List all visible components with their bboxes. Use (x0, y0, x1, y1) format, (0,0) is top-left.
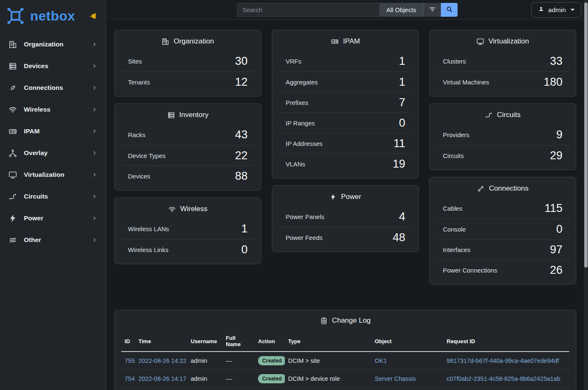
search-input[interactable] (237, 3, 379, 17)
stat-row-ip-ranges[interactable]: IP Ranges 0 (279, 112, 412, 133)
stat-row-sites[interactable]: Sites 30 (121, 51, 254, 71)
search-icon (445, 5, 453, 15)
change-log-title: Change Log (121, 310, 569, 331)
stat-row-racks[interactable]: Racks 43 (121, 125, 254, 145)
col-header-username: Username (187, 331, 222, 352)
stat-label: Tenants (128, 79, 150, 86)
filter-button[interactable] (423, 3, 441, 17)
sidebar-item-virtualization[interactable]: Virtualization (0, 164, 106, 186)
sidebar-item-overlay[interactable]: Overlay (0, 142, 106, 164)
sidebar: netbox Organization (0, 0, 106, 390)
scrollbar-thumb[interactable] (584, 3, 588, 268)
stat-label: Device Types (128, 152, 166, 159)
card-wireless: Wireless Wireless LANs 1 Wireless Links … (114, 197, 261, 264)
stat-value: 33 (550, 55, 562, 68)
card-power-title: Power (279, 187, 412, 206)
sidebar-item-label: Connections (24, 84, 63, 92)
changelog-username: admin (187, 370, 222, 388)
plug-icon (8, 84, 18, 92)
stat-row-wireless-links[interactable]: Wireless Links 0 (121, 239, 254, 260)
changelog-id-link[interactable]: 755 (125, 357, 135, 364)
stat-row-prefixes[interactable]: Prefixes 7 (279, 92, 412, 112)
stat-row-circuits[interactable]: Circuits 29 (436, 145, 569, 166)
panel-title-text: Change Log (332, 316, 371, 325)
stat-value: 7 (399, 96, 405, 109)
search-scope-button[interactable]: All Objects (379, 3, 424, 17)
status-badge: Created (258, 374, 285, 383)
changelog-id-link[interactable]: 754 (125, 375, 135, 382)
stat-row-power-connections[interactable]: Power Connections 26 (436, 260, 569, 280)
stat-row-providers[interactable]: Providers 9 (436, 125, 569, 145)
stat-row-vrfs[interactable]: VRFs 1 (279, 51, 412, 71)
changelog-time-link[interactable]: 2022-08-26 14:17 (138, 375, 187, 382)
col-header-object: Object (371, 331, 443, 352)
stat-value: 1 (399, 76, 405, 89)
stat-label: Wireless Links (128, 246, 169, 253)
counter-icon (331, 38, 339, 46)
stat-label: Racks (128, 131, 146, 138)
changelog-object-link[interactable]: Server Chassis (375, 375, 416, 382)
col-header-id: ID (121, 331, 135, 352)
sidebar-item-label: Power (24, 214, 43, 222)
stat-label: Power Panels (286, 213, 325, 220)
sidebar-item-power[interactable]: Power (0, 207, 106, 229)
stat-label: IP Addresses (286, 140, 322, 147)
sidebar-item-label: IPAM (24, 127, 40, 135)
server-icon (8, 62, 18, 71)
user-menu-button[interactable]: admin (531, 2, 581, 18)
stat-row-ip-addresses[interactable]: IP Addresses 11 (279, 133, 412, 153)
changelog-full-name: — (222, 388, 255, 390)
stat-row-wireless-lans[interactable]: Wireless LANs 1 (121, 219, 254, 239)
building-icon (161, 38, 169, 46)
stat-row-power-panels[interactable]: Power Panels 4 (279, 206, 412, 227)
stat-row-tenants[interactable]: Tenants 12 (121, 71, 254, 92)
card-virtualization: Virtualization Clusters 33 Virtual Machi… (429, 30, 576, 97)
card-title-text: IPAM (343, 37, 360, 46)
chevron-right-icon (92, 194, 97, 199)
changelog-time-link[interactable]: 2022-08-26 14:22 (138, 357, 187, 364)
changelog-request-id-link[interactable]: 9817317d-b67f-440a-99ca-4ae07ede94df (447, 357, 559, 364)
netbox-logo-icon[interactable] (6, 6, 25, 25)
changelog-request-id-link[interactable]: c07f0ab2-2351-4c58-825a-8b6a2425a1ab (447, 375, 560, 382)
sidebar-item-connections[interactable]: Connections (0, 77, 106, 99)
dashboard-content: Organization Sites 30 Tenants 12 (107, 20, 588, 390)
stat-row-clusters[interactable]: Clusters 33 (436, 51, 569, 71)
stat-row-vlans[interactable]: VLANs 19 (279, 153, 412, 174)
card-inventory: Inventory Racks 43 Device Types 22 Devic… (114, 103, 261, 191)
sidebar-item-label: Devices (24, 62, 49, 70)
table-row: 753 2022-08-26 14:15 admin — Created DCI… (121, 388, 569, 390)
sidebar-item-devices[interactable]: Devices (0, 55, 106, 77)
changelog-full-name: — (222, 352, 255, 370)
stat-row-cables[interactable]: Cables 115 (436, 198, 569, 219)
stat-row-power-feeds[interactable]: Power Feeds 48 (279, 227, 412, 247)
changelog-object-link[interactable]: OK1 (375, 357, 387, 364)
sidebar-item-circuits[interactable]: Circuits (0, 186, 106, 207)
stat-row-console[interactable]: Console 0 (436, 219, 569, 239)
scrollbar-track (584, 0, 588, 390)
search-button[interactable] (441, 3, 458, 17)
building-icon (8, 40, 18, 49)
sidebar-item-ipam[interactable]: IPAM (0, 120, 106, 142)
search-group: All Objects (237, 3, 458, 17)
transit-icon (8, 192, 18, 201)
changelog-username: admin (187, 388, 222, 390)
stat-row-virtual-machines[interactable]: Virtual Machines 180 (436, 71, 569, 92)
stat-label: Console (443, 226, 466, 233)
stat-row-interfaces[interactable]: Interfaces 97 (436, 239, 569, 260)
stat-row-devices[interactable]: Devices 88 (121, 166, 254, 186)
netbox-dashboard: netbox Organization (0, 0, 588, 390)
stat-value: 0 (556, 223, 562, 236)
pin-icon[interactable] (89, 12, 97, 20)
stat-row-device-types[interactable]: Device Types 22 (121, 145, 254, 166)
stat-value: 0 (399, 117, 405, 130)
stat-value: 1 (399, 55, 405, 68)
sidebar-item-wireless[interactable]: Wireless (0, 99, 106, 120)
sidebar-item-other[interactable]: Other (0, 229, 106, 251)
card-title-text: Power (341, 193, 361, 201)
stat-value: 97 (550, 243, 562, 256)
sidebar-item-organization[interactable]: Organization (0, 33, 106, 55)
stat-row-aggregates[interactable]: Aggregates 1 (279, 71, 412, 92)
clipboard-clock-icon (320, 317, 328, 325)
sidebar-item-label: Organization (24, 41, 64, 48)
brand-name[interactable]: netbox (30, 8, 75, 23)
